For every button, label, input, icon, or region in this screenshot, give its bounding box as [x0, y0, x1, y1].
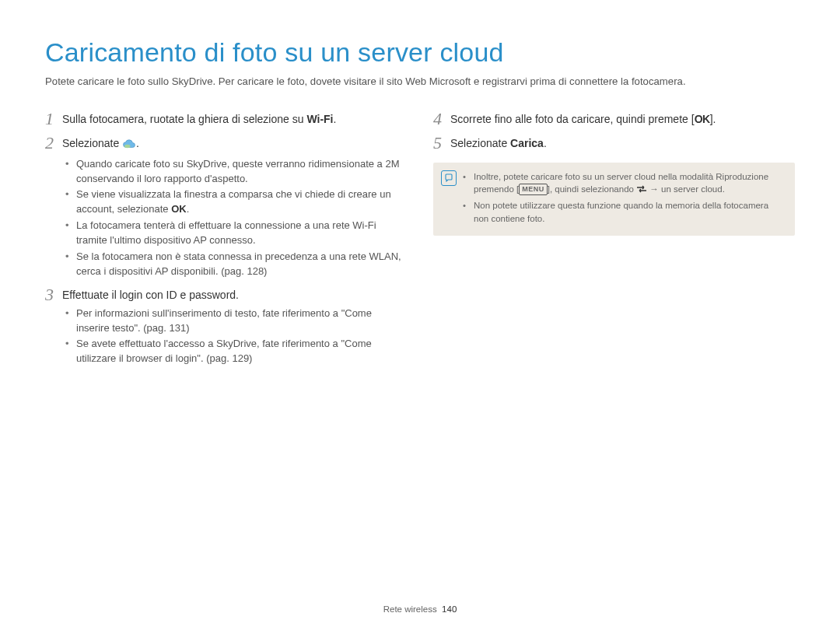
step-5: 5 Selezionate Carica.: [433, 133, 795, 151]
wifi-glyph: Wi-Fi: [306, 113, 333, 125]
left-column: 1 Sulla fotocamera, ruotate la ghiera di…: [45, 103, 407, 370]
footer-page-number: 140: [442, 604, 457, 614]
note-icon-badge: [441, 170, 457, 186]
step-text: Scorrete fino alle foto da caricare, qui…: [450, 111, 716, 127]
text: Sulla fotocamera, ruotate la ghiera di s…: [62, 113, 306, 125]
text: .: [334, 113, 337, 125]
note-icon: [441, 170, 463, 227]
list-item: Quando caricate foto su SkyDrive, queste…: [65, 157, 407, 187]
text: .: [136, 137, 139, 149]
list-item: Per informazioni sull'inserimento di tes…: [65, 306, 407, 336]
page-title: Caricamento di foto su un server cloud: [45, 37, 795, 68]
step-text: Sulla fotocamera, ruotate la ghiera di s…: [62, 111, 336, 127]
text: ].: [710, 113, 716, 125]
note-box: Inoltre, potete caricare foto su un serv…: [433, 163, 795, 236]
list-item: Inoltre, potete caricare foto su un serv…: [463, 170, 784, 198]
text: ], quindi selezionando: [548, 184, 636, 194]
step-text: Effettuate il login con ID e password.: [62, 287, 239, 303]
list-item: Se viene visualizzata la finestra a comp…: [65, 187, 407, 217]
text: Selezionate: [450, 137, 510, 149]
swap-icon: [636, 184, 647, 198]
footer-section: Rete wireless: [383, 604, 437, 614]
menu-button-glyph: MENU: [519, 184, 548, 195]
step-text: Selezionate .: [62, 135, 139, 153]
text: Selezionate: [62, 137, 122, 149]
note-bullets: Inoltre, potete caricare foto su un serv…: [463, 170, 784, 227]
ok-glyph: OK: [695, 113, 710, 125]
step-3-bullets: Per informazioni sull'inserimento di tes…: [65, 306, 407, 366]
text: Scorrete fino alle foto da caricare, qui…: [450, 113, 695, 125]
list-item: La fotocamera tenterà di effettuare la c…: [65, 219, 407, 248]
step-1: 1 Sulla fotocamera, ruotate la ghiera di…: [45, 109, 407, 127]
list-item: Non potete utilizzare questa funzione qu…: [463, 199, 784, 225]
svg-point-0: [124, 145, 131, 149]
step-number: 1: [45, 110, 62, 128]
step-text: Selezionate Carica.: [450, 135, 547, 151]
ok-label: OK: [171, 203, 187, 215]
step-number: 3: [45, 286, 62, 303]
text: .: [544, 137, 547, 149]
step-number: 4: [433, 110, 450, 128]
bold-label: Carica: [510, 137, 544, 149]
page-footer: Rete wireless 140: [0, 604, 840, 614]
step-2: 2 Selezionate .: [45, 133, 407, 153]
manual-page: Caricamento di foto su un server cloud P…: [0, 0, 840, 634]
list-item: Se avete effettuato l'accesso a SkyDrive…: [65, 337, 407, 366]
two-column-layout: 1 Sulla fotocamera, ruotate la ghiera di…: [45, 103, 795, 370]
cloud-icon: [122, 138, 136, 153]
text: → un server cloud.: [647, 184, 725, 194]
step-3: 3 Effettuate il login con ID e password.: [45, 285, 407, 303]
step-number: 5: [433, 135, 450, 152]
step-2-bullets: Quando caricate foto su SkyDrive, queste…: [65, 157, 407, 279]
step-number: 2: [45, 135, 62, 152]
right-column: 4 Scorrete fino alle foto da caricare, q…: [433, 103, 795, 370]
step-4: 4 Scorrete fino alle foto da caricare, q…: [433, 109, 795, 127]
intro-text: Potete caricare le foto sullo SkyDrive. …: [45, 74, 795, 89]
list-item: Se la fotocamera non è stata connessa in…: [65, 250, 407, 279]
